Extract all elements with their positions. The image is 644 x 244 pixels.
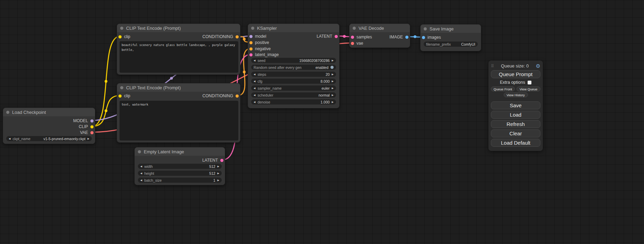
slot-dot-conditioning[interactable]: [236, 35, 239, 38]
widget-ckpt-name[interactable]: ◀ ckpt_name v1-5-pruned-emaonly.ckpt ▶: [6, 136, 92, 141]
widget-steps[interactable]: ◀ steps 20 ▶: [251, 72, 336, 77]
decrement-arrow-icon[interactable]: ◀: [140, 171, 142, 176]
node-title-bar[interactable]: CLIP Text Encode (Prompt): [117, 24, 240, 32]
widget-cfg[interactable]: ◀ cfg 8.000 ▶: [251, 79, 336, 84]
slot-dot-images[interactable]: [422, 36, 425, 39]
input-slot-positive[interactable]: positive: [249, 40, 269, 45]
widget-random-seed-toggle[interactable]: Random seed after every gen enabled: [251, 65, 336, 70]
node-clip-text-encode-positive[interactable]: CLIP Text Encode (Prompt) clip CONDITION…: [117, 24, 240, 75]
slot-dot-clip[interactable]: [118, 94, 122, 98]
collapse-dot-icon[interactable]: [120, 27, 123, 30]
input-slot-latent-image[interactable]: latent_image: [249, 52, 279, 57]
slot-dot-latent[interactable]: [335, 35, 338, 38]
collapse-dot-icon[interactable]: [251, 27, 254, 30]
decrement-arrow-icon[interactable]: ◀: [254, 99, 255, 105]
input-slot-clip[interactable]: clip: [118, 34, 130, 39]
decrement-arrow-icon[interactable]: ◀: [254, 72, 255, 77]
input-slot-clip[interactable]: clip: [118, 93, 130, 99]
input-slot-negative[interactable]: negative: [249, 46, 271, 52]
increment-arrow-icon[interactable]: ▶: [332, 99, 334, 105]
collapse-dot-icon[interactable]: [424, 27, 427, 30]
node-clip-text-encode-negative[interactable]: CLIP Text Encode (Prompt) clip CONDITION…: [117, 83, 240, 143]
node-vae-decode[interactable]: VAE Decode samples vae IMAGE: [349, 24, 410, 48]
node-title-bar[interactable]: VAE Decode: [350, 24, 410, 32]
node-title-bar[interactable]: KSampler: [248, 24, 339, 32]
increment-arrow-icon[interactable]: ▶: [218, 171, 219, 176]
queue-prompt-button[interactable]: Queue Prompt: [491, 70, 540, 78]
collapse-dot-icon[interactable]: [138, 150, 141, 153]
node-ksampler[interactable]: KSampler model positive negative latent_…: [248, 24, 339, 108]
collapse-dot-icon[interactable]: [120, 86, 123, 89]
negative-prompt-textarea[interactable]: text, watermark: [120, 101, 238, 141]
widget-width[interactable]: ◀ width 512 ▶: [138, 164, 222, 169]
slot-dot-samples[interactable]: [351, 36, 354, 39]
clear-button[interactable]: Clear: [491, 129, 540, 137]
node-title-bar[interactable]: CLIP Text Encode (Prompt): [117, 83, 240, 92]
node-title-bar[interactable]: Load Checkpoint: [3, 108, 95, 116]
collapse-dot-icon[interactable]: [353, 27, 356, 30]
slot-dot-latent[interactable]: [220, 159, 223, 162]
output-slot-latent[interactable]: LATENT: [202, 157, 223, 163]
save-button[interactable]: Save: [491, 101, 540, 109]
slot-dot-positive[interactable]: [249, 41, 253, 44]
extra-options-checkbox[interactable]: [528, 81, 531, 84]
slot-dot-model[interactable]: [249, 35, 253, 38]
decrement-arrow-icon[interactable]: ◀: [254, 92, 255, 98]
view-history-button[interactable]: View History: [504, 92, 528, 97]
increment-arrow-icon[interactable]: ▶: [332, 58, 334, 63]
increment-arrow-icon[interactable]: ▶: [88, 136, 89, 141]
output-slot-conditioning[interactable]: CONDITIONING: [202, 93, 239, 99]
drag-handle-icon[interactable]: ⠿: [491, 64, 494, 69]
slot-dot-clip[interactable]: [90, 125, 94, 128]
load-button[interactable]: Load: [491, 111, 540, 119]
decrement-arrow-icon[interactable]: ◀: [9, 136, 10, 141]
toggle-knob-icon[interactable]: [330, 66, 334, 69]
view-queue-button[interactable]: View Queue: [517, 87, 540, 91]
input-slot-samples[interactable]: samples: [351, 34, 372, 40]
widget-scheduler[interactable]: ◀ scheduler normal ▶: [251, 92, 336, 98]
node-empty-latent-image[interactable]: Empty Latent Image LATENT ◀ width 512 ▶ …: [134, 147, 225, 185]
refresh-button[interactable]: Refresh: [491, 120, 540, 128]
input-slot-vae[interactable]: vae: [351, 40, 363, 46]
slot-dot-model[interactable]: [90, 119, 94, 123]
output-slot-latent[interactable]: LATENT: [317, 34, 338, 39]
output-slot-clip[interactable]: CLIP: [79, 124, 94, 129]
slot-dot-negative[interactable]: [249, 47, 253, 51]
widget-filename-prefix[interactable]: filename_prefix ComfyUI: [424, 42, 478, 47]
node-title-bar[interactable]: Save Image: [421, 25, 481, 33]
widget-denoise[interactable]: ◀ denoise 1.000 ▶: [251, 99, 336, 105]
collapse-dot-icon[interactable]: [6, 111, 9, 114]
increment-arrow-icon[interactable]: ▶: [332, 79, 334, 84]
increment-arrow-icon[interactable]: ▶: [218, 164, 219, 169]
decrement-arrow-icon[interactable]: ◀: [254, 79, 255, 84]
positive-prompt-textarea[interactable]: beautiful scenery nature glass bottle la…: [120, 41, 238, 73]
slot-dot-latent-image[interactable]: [249, 53, 253, 56]
input-slot-model[interactable]: model: [249, 34, 266, 39]
increment-arrow-icon[interactable]: ▶: [218, 178, 219, 183]
widget-sampler-name[interactable]: ◀ sampler_name euler ▶: [251, 85, 336, 91]
increment-arrow-icon[interactable]: ▶: [332, 85, 334, 91]
node-title-bar[interactable]: Empty Latent Image: [135, 147, 225, 156]
widget-seed[interactable]: ◀ seed 156680208700286 ▶: [251, 58, 336, 63]
slot-dot-vae[interactable]: [351, 42, 354, 45]
decrement-arrow-icon[interactable]: ◀: [140, 164, 142, 169]
output-slot-model[interactable]: MODEL: [73, 118, 94, 124]
increment-arrow-icon[interactable]: ▶: [332, 92, 334, 98]
slot-dot-conditioning[interactable]: [236, 94, 239, 98]
widget-batch-size[interactable]: ◀ batch_size 1 ▶: [138, 178, 222, 183]
queue-front-button[interactable]: Queue Front: [491, 87, 515, 91]
node-load-checkpoint[interactable]: Load Checkpoint MODEL CLIP VAE ◀ ckpt_na…: [3, 108, 95, 144]
slot-dot-image[interactable]: [405, 36, 408, 39]
decrement-arrow-icon[interactable]: ◀: [140, 178, 142, 183]
output-slot-vae[interactable]: VAE: [80, 130, 94, 135]
increment-arrow-icon[interactable]: ▶: [332, 72, 334, 77]
slot-dot-clip[interactable]: [118, 35, 122, 38]
load-default-button[interactable]: Load Default: [491, 139, 540, 147]
input-slot-images[interactable]: images: [422, 35, 441, 40]
output-slot-conditioning[interactable]: CONDITIONING: [202, 34, 239, 39]
settings-gear-icon[interactable]: ⚙: [536, 63, 540, 69]
decrement-arrow-icon[interactable]: ◀: [254, 85, 255, 91]
output-slot-image[interactable]: IMAGE: [389, 34, 408, 40]
node-save-image[interactable]: Save Image images filename_prefix ComfyU…: [420, 24, 481, 51]
slot-dot-vae[interactable]: [90, 131, 94, 134]
